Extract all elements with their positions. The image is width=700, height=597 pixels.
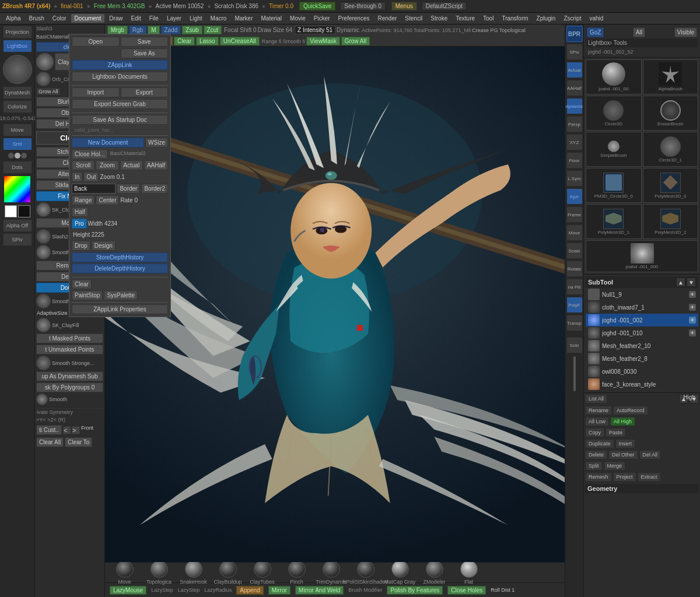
subtool-feather-10[interactable]: Mesh_feather2_10	[586, 339, 698, 352]
save-startup-btn[interactable]: Save As Startup Doc	[72, 115, 168, 125]
brush-thumb-3[interactable]: Circle3D	[586, 96, 642, 131]
clear-doc-btn[interactable]: Clear	[72, 279, 92, 289]
menu-layer[interactable]: Layer	[163, 14, 185, 23]
zapplink-props-btn[interactable]: ZAppLink Properties	[72, 304, 168, 314]
subtool-joghd-002[interactable]: joghd -001_002 👁	[586, 314, 698, 326]
nafill-btn[interactable]: na Fill	[566, 279, 583, 295]
border2-btn[interactable]: Border2	[141, 184, 168, 194]
flat-tool[interactable]: Flat	[453, 560, 485, 585]
zoom-in-btn[interactable]: In	[72, 172, 82, 182]
nav-left-btn[interactable]: <	[63, 426, 71, 434]
open-btn[interactable]: Open	[72, 37, 120, 47]
range-doc-btn[interactable]: Range	[72, 195, 94, 205]
menu-material[interactable]: Material	[258, 14, 286, 23]
menu-alpha[interactable]: Alpha	[2, 14, 24, 23]
menu-edit[interactable]: Edit	[128, 14, 145, 23]
trim-dynamic-tool[interactable]: TrimDynamic	[315, 560, 347, 585]
merge-btn[interactable]: Merge	[604, 461, 626, 470]
white-color-swatch[interactable]	[5, 205, 17, 217]
design-btn[interactable]: Design	[92, 241, 116, 251]
subtool-face[interactable]: face_3_korean_style	[586, 378, 698, 391]
append-btn[interactable]: Append	[236, 586, 263, 595]
border-btn[interactable]: Border	[117, 184, 140, 194]
xyz-btn[interactable]: XYZ	[566, 134, 583, 150]
panel-resize-handle[interactable]	[573, 356, 576, 391]
brush-thumb-7[interactable]: PM3D_Circle3D_0	[586, 168, 642, 203]
zsub-btn[interactable]: Zsub	[182, 26, 202, 34]
menu-color[interactable]: Color	[49, 14, 70, 23]
subtool-feather-8[interactable]: Mesh_feather2_8	[586, 352, 698, 365]
pro-btn[interactable]: Pro	[72, 219, 87, 229]
menu-file[interactable]: File	[146, 14, 162, 23]
topologica-tool[interactable]: Topologica	[143, 560, 175, 585]
eye-icon-3[interactable]: 👁	[689, 317, 696, 324]
zmodeler-tool[interactable]: ZModeler	[418, 560, 450, 585]
floor-btn[interactable]: Floor	[566, 152, 583, 168]
menu-movie[interactable]: Movie	[286, 14, 309, 23]
lasso-btn[interactable]: Lasso	[196, 37, 219, 45]
black-color-swatch[interactable]	[18, 205, 30, 217]
delete-depth-btn[interactable]: DeleteDepthHistory	[72, 264, 168, 273]
goz-btn[interactable]: GoZ	[587, 27, 604, 37]
menu-document[interactable]: Document	[71, 14, 105, 23]
eye-icon[interactable]: 👁	[689, 291, 696, 298]
subtool-nav-up[interactable]: ▲	[676, 278, 685, 287]
zoom-out-btn[interactable]: Out	[83, 172, 99, 182]
hpolish-tool[interactable]: hPoliStSkinShade4	[349, 560, 382, 585]
menus-btn[interactable]: Menus	[391, 2, 417, 10]
delete-st-btn[interactable]: Delete	[585, 450, 607, 459]
dots-btn[interactable]: Dots	[3, 161, 32, 174]
half-btn[interactable]: Half	[72, 207, 88, 217]
del-other-btn[interactable]: Del Other	[608, 450, 638, 459]
menu-brush[interactable]: Brush	[26, 14, 48, 23]
pinch-tool[interactable]: Pinch	[281, 560, 313, 585]
all-low-btn[interactable]: All Low	[585, 417, 609, 426]
rotate-nav-btn[interactable]: Rotate	[566, 261, 583, 277]
move-nav-btn[interactable]: Move	[566, 224, 583, 241]
clay-buildup-tool[interactable]: ClayBuildup	[212, 560, 244, 585]
unmasked-pts-btn[interactable]: t Unmasked Points	[36, 345, 103, 354]
brush-thumb-10[interactable]: PolyMesh3D_2	[643, 204, 699, 239]
canvas-area[interactable]	[105, 47, 565, 562]
color-picker[interactable]	[4, 176, 30, 202]
bpr-btn[interactable]: BPR	[566, 26, 583, 42]
split-btn[interactable]: Split	[585, 461, 603, 470]
spiv-btn[interactable]: SPiv	[3, 233, 32, 246]
zoom-btn[interactable]: Zoom	[96, 160, 118, 170]
close-hol-btn[interactable]: Close Hol...	[72, 149, 108, 159]
z-intensity-val[interactable]: Z Intensity 51	[295, 26, 335, 34]
del-all-btn[interactable]: Del All	[639, 450, 662, 459]
grow-all-btn[interactable]: Grow All	[36, 87, 61, 96]
zadd-btn[interactable]: Zadd	[161, 26, 181, 34]
mirror-btn[interactable]: Mirror	[268, 586, 290, 595]
eye-icon-2[interactable]: 👁	[689, 304, 696, 311]
spix-btn[interactable]: SPix	[566, 44, 583, 60]
insert-btn[interactable]: Insert	[615, 439, 636, 448]
snake-hook-tool[interactable]: SnakeHook	[177, 560, 209, 585]
menu-tool[interactable]: Tool	[480, 14, 497, 23]
polish-features-btn[interactable]: Polish By Features	[387, 586, 443, 595]
brush-thumb-9[interactable]: PolyMesh3D_1	[586, 204, 642, 239]
zscript-btn[interactable]: DefaultZScript	[422, 2, 467, 10]
all-high-btn[interactable]: All High	[610, 417, 635, 426]
export-btn[interactable]: Export	[121, 87, 169, 97]
subtool-owl[interactable]: owl008_0030	[586, 365, 698, 378]
menu-vahid[interactable]: vahid	[586, 14, 607, 23]
masked-pts-btn[interactable]: t Masked Points	[36, 333, 103, 343]
mrgb-btn[interactable]: Mrgb	[107, 26, 128, 34]
brush-thumb-11[interactable]: joahd -001_000	[586, 240, 698, 272]
seethrough[interactable]: See-through 0	[340, 2, 385, 10]
visible-btn[interactable]: Visible	[674, 27, 697, 37]
transp-btn[interactable]: Transp	[566, 315, 583, 331]
brush-thumb-4[interactable]: EraserBrush	[643, 96, 699, 131]
paste-btn[interactable]: Paste	[606, 428, 626, 437]
crease-pg[interactable]: Crease PG	[472, 27, 498, 33]
move-btn[interactable]: Move	[3, 124, 32, 136]
subtool-null9[interactable]: Null1_9 👁	[586, 288, 698, 301]
paint-stop-btn[interactable]: PaintStop	[72, 290, 103, 300]
smt-btn[interactable]: Smt	[3, 138, 32, 150]
new-doc-btn[interactable]: New Document	[72, 138, 144, 148]
matcap-tool[interactable]: MatCap Gray	[384, 560, 416, 585]
sys-palette-btn[interactable]: SysPalette	[104, 290, 138, 300]
menu-stroke[interactable]: Stroke	[427, 14, 451, 23]
